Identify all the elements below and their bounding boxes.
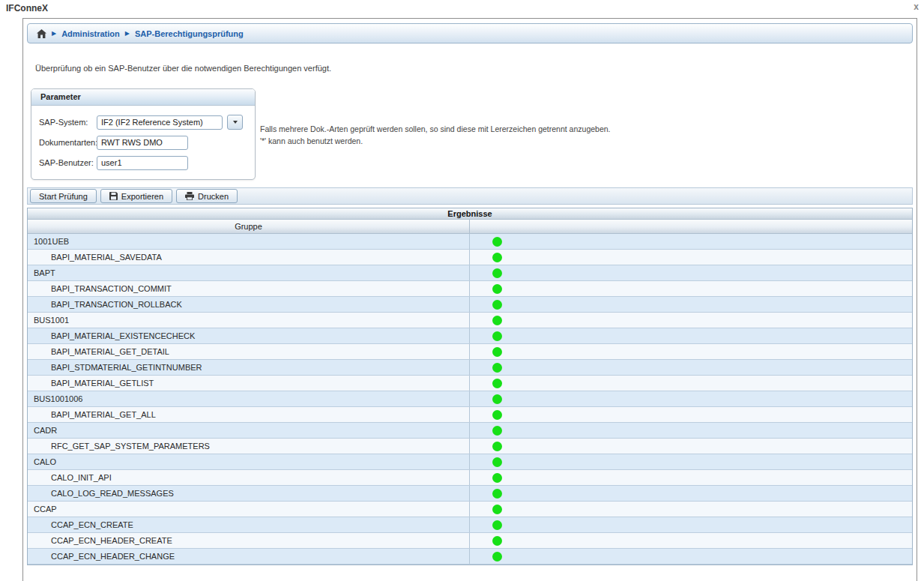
toolbar: Start Prüfung Exportieren Drucken: [27, 187, 913, 205]
table-row-function[interactable]: BAPI_MATERIAL_GET_ALL: [28, 407, 912, 423]
row-label: BAPI_MATERIAL_GET_DETAIL: [28, 344, 470, 359]
row-status-cell: [470, 423, 912, 438]
breadcrumb-item-administration[interactable]: Administration: [61, 29, 120, 38]
table-row-function[interactable]: RFC_GET_SAP_SYSTEM_PARAMETERS: [28, 439, 912, 454]
drucken-button[interactable]: Drucken: [176, 189, 238, 203]
results-table: Ergebnisse Gruppe 1001UEBBAPI_MATERIAL_S…: [27, 208, 913, 565]
row-status-cell: [470, 549, 912, 564]
save-icon: [109, 192, 118, 200]
table-row-function[interactable]: BAPI_TRANSACTION_COMMIT: [28, 281, 912, 297]
status-ok-icon: [492, 284, 502, 294]
row-status-cell: [470, 265, 912, 280]
table-row-function[interactable]: BAPI_STDMATERIAL_GETINTNUMBER: [28, 360, 912, 376]
row-status-cell: [470, 297, 912, 312]
sap-benutzer-label: SAP-Benutzer:: [39, 158, 97, 167]
row-status-cell: [470, 517, 912, 532]
sap-benutzer-input[interactable]: [97, 156, 188, 170]
hint-line-2: '*' kann auch benutzt werden.: [260, 135, 611, 147]
row-status-cell: [470, 234, 912, 249]
table-row-group[interactable]: BAPT: [28, 265, 912, 281]
exportieren-button[interactable]: Exportieren: [100, 189, 172, 203]
status-ok-icon: [492, 237, 502, 247]
row-label: CCAP: [28, 502, 470, 517]
table-row-group[interactable]: 1001UEB: [28, 234, 912, 250]
close-icon[interactable]: x: [914, 1, 919, 12]
row-status-cell: [470, 533, 912, 548]
row-label: BUS1001006: [28, 391, 470, 406]
sap-system-select[interactable]: IF2 (IF2 Reference System): [97, 115, 223, 130]
row-status-cell: [470, 454, 912, 469]
sap-system-dropdown-button[interactable]: [227, 115, 243, 130]
row-label: CCAP_ECN_HEADER_CREATE: [28, 533, 470, 548]
table-row-function[interactable]: BAPI_TRANSACTION_ROLLBACK: [28, 297, 912, 313]
breadcrumb-arrow-icon: ▶: [52, 30, 56, 37]
parameter-panel-body: SAP-System: IF2 (IF2 Reference System) D…: [31, 106, 255, 179]
table-row-group[interactable]: CCAP: [28, 502, 912, 517]
table-row-function[interactable]: CCAP_ECN_HEADER_CHANGE: [28, 549, 912, 565]
row-status-cell: [470, 502, 912, 517]
status-ok-icon: [492, 426, 502, 436]
row-label: BAPI_TRANSACTION_ROLLBACK: [28, 297, 470, 312]
start-pruefung-button[interactable]: Start Prüfung: [30, 189, 97, 203]
table-row-group[interactable]: CALO: [28, 454, 912, 470]
status-ok-icon: [492, 347, 502, 357]
table-row-function[interactable]: CALO_LOG_READ_MESSAGES: [28, 486, 912, 502]
row-status-cell: [470, 344, 912, 359]
table-row-function[interactable]: CCAP_ECN_CREATE: [28, 517, 912, 533]
dokumentarten-field: Dokumentarten:: [39, 135, 247, 150]
sap-system-field: SAP-System: IF2 (IF2 Reference System): [39, 115, 247, 130]
app-title: IFConneX: [6, 3, 48, 13]
sap-system-label: SAP-System:: [39, 118, 97, 127]
parameter-panel-title: Parameter: [31, 89, 255, 106]
row-label: BAPI_MATERIAL_GET_ALL: [28, 407, 470, 422]
row-label: BAPI_MATERIAL_GETLIST: [28, 376, 470, 391]
dokumentarten-input[interactable]: [97, 136, 188, 150]
breadcrumb-item-sap-berechtigungspruefung[interactable]: SAP-Berechtigungsprüfung: [135, 29, 244, 38]
row-status-cell: [470, 250, 912, 265]
row-status-cell: [470, 313, 912, 328]
table-row-group[interactable]: BUS1001006: [28, 391, 912, 407]
status-ok-icon: [492, 379, 502, 388]
status-ok-icon: [492, 300, 502, 310]
status-ok-icon: [492, 552, 502, 562]
table-row-function[interactable]: BAPI_MATERIAL_GETLIST: [28, 376, 912, 391]
results-title: Ergebnisse: [28, 208, 912, 220]
table-row-function[interactable]: CALO_INIT_API: [28, 470, 912, 486]
breadcrumb: ▶ Administration ▶ SAP-Berechtigungsprüf…: [27, 23, 913, 43]
table-row-function[interactable]: BAPI_MATERIAL_EXISTENCECHECK: [28, 328, 912, 344]
breadcrumb-arrow-icon: ▶: [125, 30, 130, 37]
table-row-function[interactable]: BAPI_MATERIAL_SAVEDATA: [28, 250, 912, 265]
home-icon[interactable]: [37, 29, 46, 38]
row-status-cell: [470, 470, 912, 485]
status-ok-icon: [492, 253, 502, 262]
hint-text: Falls mehrere Dok.-Arten geprüft werden …: [260, 123, 611, 147]
row-label: BAPI_STDMATERIAL_GETINTNUMBER: [28, 360, 470, 375]
table-row-function[interactable]: BAPI_MATERIAL_GET_DETAIL: [28, 344, 912, 360]
drucken-label: Drucken: [198, 192, 229, 201]
status-ok-icon: [492, 410, 502, 420]
table-row-group[interactable]: BUS1001: [28, 313, 912, 328]
parameter-section: Parameter SAP-System: IF2 (IF2 Reference…: [31, 88, 611, 180]
row-label: BAPI_TRANSACTION_COMMIT: [28, 281, 470, 296]
hint-line-1: Falls mehrere Dok.-Arten geprüft werden …: [260, 123, 611, 135]
table-row-group[interactable]: CADR: [28, 423, 912, 439]
row-status-cell: [470, 439, 912, 454]
status-ok-icon: [492, 442, 502, 451]
row-label: BAPI_MATERIAL_EXISTENCECHECK: [28, 328, 470, 343]
row-label: CADR: [28, 423, 470, 438]
column-header-gruppe: Gruppe: [28, 220, 470, 233]
start-pruefung-label: Start Prüfung: [39, 192, 88, 201]
row-label: CALO_LOG_READ_MESSAGES: [28, 486, 470, 501]
row-label: CCAP_ECN_HEADER_CHANGE: [28, 549, 470, 564]
row-status-cell: [470, 376, 912, 391]
page-description: Überprüfung ob ein SAP-Benutzer über die…: [35, 64, 331, 73]
row-label: RFC_GET_SAP_SYSTEM_PARAMETERS: [28, 439, 470, 454]
exportieren-label: Exportieren: [121, 192, 163, 201]
status-ok-icon: [492, 363, 502, 373]
table-row-function[interactable]: CCAP_ECN_HEADER_CREATE: [28, 533, 912, 549]
row-status-cell: [470, 360, 912, 375]
row-label: BUS1001: [28, 313, 470, 328]
status-ok-icon: [492, 505, 502, 514]
printer-icon: [185, 192, 194, 200]
status-ok-icon: [492, 331, 502, 341]
